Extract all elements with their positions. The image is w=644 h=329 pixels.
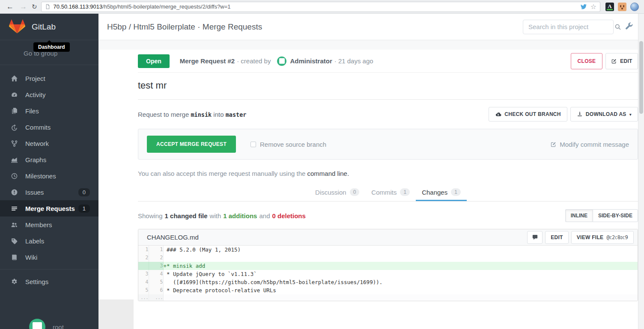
diff-edit-button[interactable]: EDIT: [545, 231, 569, 244]
sidebar-item-project[interactable]: Project: [0, 70, 98, 86]
old-line-number[interactable]: ...: [138, 294, 149, 301]
mr-state-badge[interactable]: Open: [138, 54, 170, 68]
user-avatar: [29, 319, 45, 329]
mr-author[interactable]: Administrator: [290, 57, 332, 65]
old-line-number[interactable]: 3: [138, 270, 149, 278]
tab-discussion[interactable]: Discussion0: [309, 184, 365, 201]
remove-source-branch-checkbox[interactable]: [250, 142, 256, 147]
side-by-side-view-button[interactable]: SIDE-BY-SIDE: [593, 209, 638, 222]
mr-meta: Merge Request #2 · created by Administra…: [180, 56, 376, 66]
sidebar-item-milestones[interactable]: Milestones: [0, 168, 98, 184]
old-line-number[interactable]: 2: [138, 254, 149, 262]
sidebar-item-label: Activity: [25, 91, 46, 98]
sidebar-item-issues[interactable]: Issues0: [0, 184, 98, 200]
mr-meta-age: · 21 days ago: [334, 57, 373, 65]
toggle-comments-button[interactable]: [527, 231, 543, 244]
search-icon[interactable]: [614, 24, 621, 30]
edit-pencil-icon: [550, 141, 557, 148]
content-top-band: [98, 40, 638, 50]
target-branch[interactable]: master: [226, 111, 247, 118]
sidebar-item-label: Files: [25, 107, 39, 115]
source-branch[interactable]: minsik: [191, 111, 212, 118]
bookmark-star-icon[interactable]: ☆: [590, 3, 596, 10]
main-content: Open Merge Request #2 · created by Admin…: [98, 40, 638, 329]
brand-label: GitLab: [32, 22, 56, 32]
mr-state-row: Open Merge Request #2 · created by Admin…: [138, 50, 638, 73]
browser-forward-icon[interactable]: →: [20, 3, 27, 10]
diff-file-name[interactable]: CHANGELOG.md: [147, 234, 199, 241]
mr-request-row: Request to merge minsik into master CHEC…: [138, 100, 638, 129]
download-as-button[interactable]: DOWNLOAD AS ▾: [570, 107, 638, 122]
sidebar-item-label: Network: [25, 140, 49, 147]
page-scrollbar[interactable]: [638, 14, 644, 329]
twitter-icon[interactable]: [580, 3, 587, 10]
address-bar[interactable]: 70.50.168.113:9013/h5bp/html5-boilerplat…: [41, 2, 600, 12]
tab-count-badge: 1: [400, 188, 410, 196]
checkout-branch-button[interactable]: CHECK OUT BRANCH: [489, 107, 567, 122]
sidebar-item-merge-requests[interactable]: Merge Requests1: [0, 200, 98, 216]
sidebar-item-network[interactable]: Network: [0, 135, 98, 151]
stats-deletions: 0 deletions: [272, 212, 305, 219]
tab-label: Discussion: [315, 189, 346, 196]
sidebar-item-activity[interactable]: Activity: [0, 86, 98, 103]
browser-refresh-icon[interactable]: ↻: [32, 3, 37, 11]
browser-chrome: ← → ↻ 70.50.168.113:9013/h5bp/html5-boil…: [0, 0, 644, 14]
extension-a-icon[interactable]: A: [605, 3, 614, 11]
sidebar-header[interactable]: GitLab: [0, 14, 98, 40]
tab-commits[interactable]: Commits1: [365, 184, 416, 201]
sidebar-user[interactable]: root: [29, 319, 64, 329]
edit-button[interactable]: EDIT: [605, 53, 638, 69]
new-line-number[interactable]: ...: [149, 294, 163, 301]
close-button[interactable]: CLOSE: [571, 53, 602, 69]
sidebar-item-settings[interactable]: Settings: [0, 273, 98, 290]
modify-commit-message-link[interactable]: Modify commit message: [550, 141, 629, 148]
remove-source-branch-option[interactable]: Remove source branch: [250, 141, 326, 148]
page-title: H5bp / Html5 Boilerplate · Merge Request…: [98, 22, 523, 32]
diff-row: 56 * Deprecate protocol-relative URLs: [138, 286, 638, 294]
download-icon: [577, 111, 583, 117]
admin-wrench-icon[interactable]: [625, 22, 634, 31]
new-line-number[interactable]: 2: [149, 254, 163, 262]
diff-row: 22: [138, 254, 638, 262]
new-line-number[interactable]: 1: [149, 246, 163, 254]
sidebar-item-members[interactable]: Members: [0, 216, 98, 233]
cloud-download-icon: [495, 111, 501, 118]
sidebar-item-label: Wiki: [25, 254, 37, 261]
sidebar-item-files[interactable]: Files: [0, 103, 98, 119]
sidebar-item-labels[interactable]: Labels: [0, 233, 98, 249]
view-file-button[interactable]: VIEW FILE @c2c8dc9: [571, 231, 634, 244]
diff-line-content: ([#1699](https://github.com/h5bp/html5-b…: [163, 278, 638, 286]
old-line-number[interactable]: 4: [138, 278, 149, 286]
old-line-number[interactable]: [138, 262, 149, 270]
command-line-link[interactable]: command line.: [307, 170, 349, 177]
stats-showing: Showing: [138, 212, 163, 219]
new-line-number[interactable]: 5: [149, 278, 163, 286]
accept-merge-request-button[interactable]: ACCEPT MERGE REQUEST: [147, 136, 236, 153]
new-line-number[interactable]: 4: [149, 270, 163, 278]
extension-globe-icon[interactable]: [630, 3, 639, 11]
old-line-number[interactable]: 1: [138, 246, 149, 254]
diff-row: 11 ### 5.2.0 (May 1, 2015): [138, 246, 638, 254]
remove-source-branch-label: Remove source branch: [260, 141, 326, 148]
diff-file-container: CHANGELOG.md EDIT VIEW FILE @c2c8dc9 11 …: [138, 229, 638, 301]
new-line-number[interactable]: 6: [149, 286, 163, 294]
sidebar-context-switcher: Dashboard Go to group: [0, 40, 98, 65]
search-input[interactable]: [528, 23, 614, 31]
merge-requests-icon: [11, 205, 18, 212]
sidebar-item-commits[interactable]: Commits: [0, 119, 98, 135]
tab-changes[interactable]: Changes1: [416, 184, 467, 201]
mr-meta-created: · created by: [237, 57, 271, 65]
extension-face-icon[interactable]: [618, 3, 626, 11]
author-avatar[interactable]: [277, 56, 286, 66]
scrollbar-thumb[interactable]: [639, 41, 643, 114]
old-line-number[interactable]: 5: [138, 286, 149, 294]
inline-view-button[interactable]: INLINE: [565, 209, 593, 222]
browser-back-icon[interactable]: ←: [6, 3, 14, 10]
sidebar-item-label: Merge Requests: [25, 205, 75, 212]
new-line-number[interactable]: 3: [149, 262, 163, 270]
sidebar-item-graphs[interactable]: Graphs: [0, 151, 98, 168]
network-icon: [11, 140, 18, 147]
commits-icon: [11, 124, 18, 131]
milestones-icon: [11, 172, 18, 180]
sidebar-item-wiki[interactable]: Wiki: [0, 249, 98, 265]
